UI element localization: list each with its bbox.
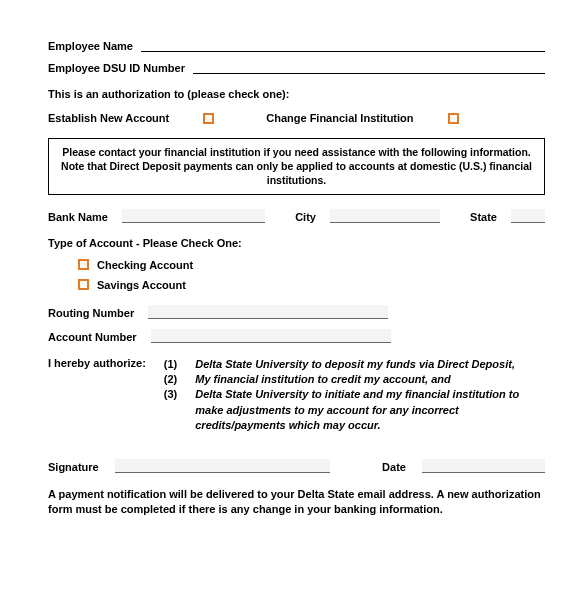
form-page: Employee Name Employee DSU ID Number Thi…: [0, 0, 585, 547]
checking-label: Checking Account: [97, 259, 193, 271]
auth-text-3: Delta State University to initiate and m…: [195, 387, 545, 433]
signature-label: Signature: [48, 461, 99, 473]
signature-input[interactable]: [115, 459, 330, 473]
footer-note: A payment notification will be delivered…: [48, 487, 545, 517]
account-label: Account Number: [48, 331, 137, 343]
bank-input[interactable]: [122, 209, 265, 223]
account-input[interactable]: [151, 329, 391, 343]
authorize-text: Delta State University to deposit my fun…: [195, 357, 545, 434]
savings-checkbox[interactable]: [78, 279, 89, 290]
signature-row: Signature Date: [48, 459, 545, 473]
authorize-block: I hereby authorize: (1) (2) (3) Delta St…: [48, 357, 545, 434]
auth-text-1: Delta State University to deposit my fun…: [195, 357, 545, 372]
city-label: City: [295, 211, 316, 223]
bank-row: Bank Name City State: [48, 209, 545, 223]
savings-label: Savings Account: [97, 279, 186, 291]
employee-name-label: Employee Name: [48, 40, 133, 52]
routing-row: Routing Number: [48, 305, 545, 319]
savings-option: Savings Account: [78, 279, 545, 291]
authorization-prompt: This is an authorization to (please chec…: [48, 88, 545, 100]
city-input[interactable]: [330, 209, 440, 223]
change-label: Change Financial Institution: [266, 112, 413, 124]
account-row: Account Number: [48, 329, 545, 343]
date-label: Date: [382, 461, 406, 473]
auth-type-row: Establish New Account Change Financial I…: [48, 112, 545, 124]
establish-label: Establish New Account: [48, 112, 169, 124]
bank-label: Bank Name: [48, 211, 108, 223]
auth-num-1: (1): [164, 357, 177, 372]
authorize-numbers: (1) (2) (3): [164, 357, 177, 434]
establish-checkbox[interactable]: [203, 113, 214, 124]
employee-id-row: Employee DSU ID Number: [48, 60, 545, 74]
employee-name-row: Employee Name: [48, 38, 545, 52]
checking-checkbox[interactable]: [78, 259, 89, 270]
routing-input[interactable]: [148, 305, 388, 319]
employee-id-input[interactable]: [193, 60, 545, 74]
date-input[interactable]: [422, 459, 545, 473]
auth-num-2: (2): [164, 372, 177, 387]
state-label: State: [470, 211, 497, 223]
auth-num-3: (3): [164, 387, 177, 402]
account-type-label: Type of Account - Please Check One:: [48, 237, 545, 249]
employee-name-input[interactable]: [141, 38, 545, 52]
checking-option: Checking Account: [78, 259, 545, 271]
auth-text-2: My financial institution to credit my ac…: [195, 372, 545, 387]
state-input[interactable]: [511, 209, 545, 223]
authorize-label: I hereby authorize:: [48, 357, 146, 434]
employee-id-label: Employee DSU ID Number: [48, 62, 185, 74]
routing-label: Routing Number: [48, 307, 134, 319]
notice-box: Please contact your financial institutio…: [48, 138, 545, 195]
change-checkbox[interactable]: [448, 113, 459, 124]
